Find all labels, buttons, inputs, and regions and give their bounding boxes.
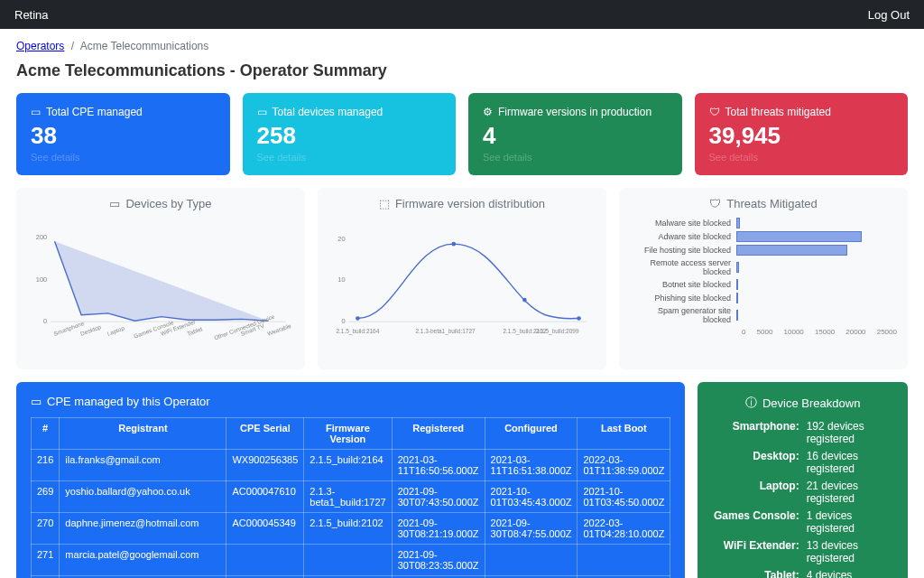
svg-point-17 (356, 316, 360, 321)
chart-threats-mitigated: 🛡Threats Mitigated Malware site blockedA… (619, 188, 908, 369)
breakdown-row: WiFi Extender:13 devices registered (712, 539, 893, 564)
svg-text:Wearable: Wearable (266, 322, 292, 337)
page-title: Acme Telecommunications - Operator Summa… (16, 61, 908, 80)
info-icon: ⓘ (745, 395, 757, 411)
device-breakdown-panel: ⓘDevice Breakdown Smartphone:192 devices… (698, 382, 908, 578)
card-firmware[interactable]: ⚙Firmware versions in production 4 See d… (468, 93, 682, 175)
shield-icon: 🛡 (709, 197, 721, 210)
svg-point-20 (577, 316, 581, 321)
svg-text:100: 100 (36, 275, 47, 284)
table-header[interactable]: Registered (392, 418, 485, 450)
devices-icon: ▭ (257, 106, 267, 118)
bar-row: Phishing site blocked (630, 293, 897, 303)
shield-icon: 🛡 (709, 106, 720, 118)
svg-text:2.1.3-beta1_build:1727: 2.1.3-beta1_build:1727 (415, 328, 476, 335)
table-row[interactable]: 269yoshio.ballard@yahoo.co.ukAC000047610… (32, 481, 670, 513)
see-details-link[interactable]: See details (709, 152, 894, 163)
breakdown-row: Games Console:1 devices registered (712, 509, 893, 535)
svg-text:0: 0 (341, 317, 345, 325)
card-threats[interactable]: 🛡Total threats mitigated 39,945 See deta… (695, 93, 909, 175)
table-header[interactable]: CPE Serial (226, 418, 304, 450)
breakdown-row: Laptop:21 devices registered (712, 480, 893, 505)
breadcrumb-current: Acme Telecommunications (80, 40, 209, 52)
card-cpe[interactable]: ▭Total CPE managed 38 See details (16, 93, 230, 175)
cube-icon: ⬚ (379, 197, 390, 210)
svg-text:200: 200 (36, 234, 47, 242)
bar-row: Botnet site blocked (630, 279, 897, 290)
svg-text:2.1.5_build:2164: 2.1.5_build:2164 (336, 328, 379, 335)
chart-devices-by-type: ▭Devices by Type 200 100 0 Smartphone De… (16, 188, 305, 369)
see-details-link[interactable]: See details (483, 152, 668, 163)
router-icon: ▭ (31, 395, 42, 408)
breakdown-row: Desktop:16 devices registered (712, 450, 893, 475)
svg-point-18 (451, 242, 456, 247)
svg-text:Tablet: Tablet (186, 325, 203, 337)
bar-row: Adware site blocked (630, 231, 897, 242)
cpe-table-panel: ▭CPE managed by this Operator #Registran… (16, 382, 685, 578)
bar-row: File hosting site blocked (630, 245, 897, 256)
bar-row: Remote access server blocked (630, 258, 897, 276)
table-row[interactable]: 270daphne.jimenez@hotmail.comAC000045349… (32, 513, 670, 545)
table-header[interactable]: Configured (485, 418, 578, 450)
gear-icon: ⚙ (483, 106, 493, 118)
breadcrumb-root[interactable]: Operators (16, 40, 64, 52)
table-row[interactable]: 216ila.franks@gmail.comWX9002563852.1.5_… (32, 450, 670, 481)
breakdown-row: Tablet:4 devices registered (712, 569, 893, 578)
svg-point-19 (522, 298, 527, 303)
table-header[interactable]: # (32, 418, 60, 450)
svg-text:2.1.5_build:2099: 2.1.5_build:2099 (536, 328, 579, 335)
table-header[interactable]: Firmware Version (304, 418, 392, 450)
card-devices[interactable]: ▭Total devices managed 258 See details (243, 93, 457, 175)
see-details-link[interactable]: See details (257, 152, 442, 163)
bar-row: Spam generator site blocked (630, 306, 897, 324)
svg-text:Laptop: Laptop (106, 324, 126, 337)
chart-firmware-distribution: ⬚Firmware version distribution 20 10 0 2… (318, 188, 606, 369)
logout-link[interactable]: Log Out (868, 8, 910, 22)
svg-text:20: 20 (337, 235, 345, 243)
cpe-table: #RegistrantCPE SerialFirmware VersionReg… (31, 417, 670, 578)
bar-row: Malware site blocked (630, 218, 897, 228)
see-details-link[interactable]: See details (31, 152, 216, 163)
laptop-icon: ▭ (109, 197, 120, 210)
breakdown-row: Smartphone:192 devices registered (712, 420, 893, 445)
svg-text:0: 0 (43, 317, 47, 325)
table-header[interactable]: Registrant (60, 418, 226, 450)
svg-text:10: 10 (337, 275, 345, 284)
brand-link[interactable]: Retina (14, 8, 49, 22)
table-header[interactable]: Last Boot (578, 418, 670, 450)
router-icon: ▭ (31, 106, 41, 118)
table-row[interactable]: 271marcia.patel@googlemail.com2021-09-30… (32, 545, 670, 576)
breadcrumb: Operators / Acme Telecommunications (16, 40, 908, 52)
